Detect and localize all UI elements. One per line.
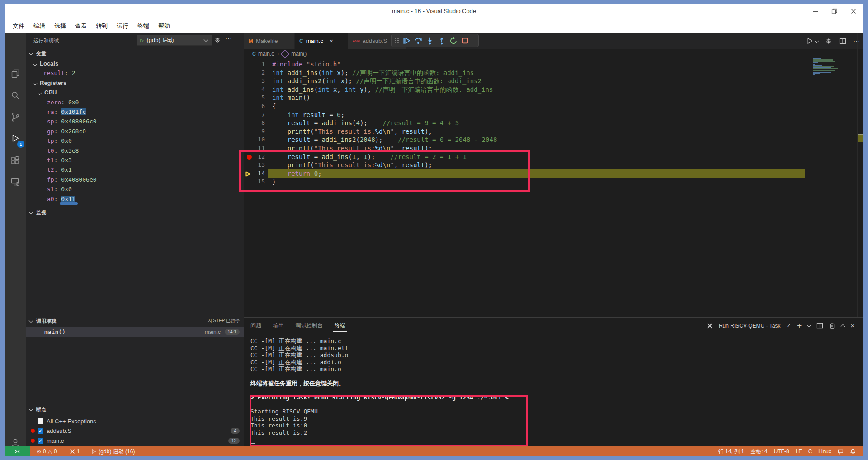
new-terminal-icon[interactable]: + bbox=[797, 321, 802, 330]
code-line-7[interactable]: 7 int result = 0; bbox=[244, 111, 863, 119]
code-line-15[interactable]: 15} bbox=[244, 178, 863, 186]
menu-item-3[interactable]: 选择 bbox=[50, 21, 71, 32]
terminal-task-label[interactable]: Run RISCV-QEMU - Task bbox=[719, 323, 780, 329]
feedback-icon[interactable] bbox=[835, 446, 847, 456]
source-control-icon[interactable] bbox=[5, 106, 26, 128]
register-row-ra[interactable]: ra: 0x101fc bbox=[26, 107, 244, 117]
code-line-5[interactable]: 5int main() bbox=[244, 94, 863, 102]
breakpoint-row-3[interactable]: ✓main.c12 bbox=[26, 436, 244, 446]
launch-config-select[interactable]: ▷ (gdb) 启动 bbox=[137, 35, 212, 46]
variables-group-locals[interactable]: Locals bbox=[26, 59, 244, 68]
close-panel-icon[interactable]: × bbox=[850, 322, 854, 329]
launch-config-label: (gdb) 启动 bbox=[146, 36, 204, 44]
code-line-10[interactable]: 10 result = addi_ins2(2048); //result = … bbox=[244, 136, 863, 144]
breakpoint-row-2[interactable]: ✓addsub.S4 bbox=[26, 426, 244, 436]
breakpoint-row-1[interactable]: All C++ Exceptions bbox=[26, 417, 244, 426]
variables-group-registers[interactable]: Registers bbox=[26, 78, 244, 88]
code-line-8[interactable]: 8 result = addi_ins(4); //result = 9 = 4… bbox=[244, 119, 863, 127]
register-row-t0[interactable]: t0: 0x3e8 bbox=[26, 146, 244, 155]
code-line-11[interactable]: 11 printf("This result is:%d\n", result)… bbox=[244, 144, 863, 153]
code-area[interactable]: 1#include "stdio.h"2int addi_ins(int x);… bbox=[244, 33, 863, 317]
error-icon: ⊘ bbox=[37, 448, 41, 455]
panel-tab-1[interactable]: 问题 bbox=[250, 320, 261, 331]
breakpoint-checkbox[interactable]: ✓ bbox=[38, 428, 43, 434]
menu-item-8[interactable]: 帮助 bbox=[154, 21, 175, 32]
line-number: 5 bbox=[244, 94, 265, 102]
stack-frame-function: main() bbox=[44, 329, 66, 335]
register-row-t2[interactable]: t2: 0x1 bbox=[26, 165, 244, 174]
register-row-t1[interactable]: t1: 0x3 bbox=[26, 155, 244, 165]
variables-group-cpu[interactable]: CPU bbox=[26, 88, 244, 97]
register-row-s1[interactable]: s1: 0x0 bbox=[26, 184, 244, 194]
chevron-down-icon[interactable] bbox=[807, 323, 811, 327]
close-icon[interactable] bbox=[850, 8, 857, 15]
debug-sidebar: 运行和调试 ▷ (gdb) 启动 ⋯ 变量 Localsresult: 2Reg… bbox=[26, 33, 244, 446]
register-row-sp[interactable]: sp: 0x408006c0 bbox=[26, 117, 244, 126]
call-stack-frame[interactable]: main() main.c 14:1 bbox=[26, 327, 244, 337]
overview-ruler[interactable] bbox=[857, 33, 864, 317]
restore-button[interactable] bbox=[831, 8, 838, 15]
menu-item-6[interactable]: 运行 bbox=[112, 21, 133, 32]
code-line-3[interactable]: 3int addi_ins2(int x); //声明一下汇编语言中的函数: a… bbox=[244, 77, 863, 85]
code-line-12[interactable]: 12 result = add_ins(1, 1); //result = 2 … bbox=[244, 153, 863, 161]
stack-frame-file: main.c bbox=[205, 329, 221, 335]
remote-indicator[interactable] bbox=[5, 446, 30, 456]
register-row-gp[interactable]: gp: 0x268c0 bbox=[26, 127, 244, 136]
encoding[interactable]: UTF-8 bbox=[771, 446, 793, 456]
menu-item-4[interactable]: 查看 bbox=[71, 21, 91, 32]
breakpoint-checkbox[interactable]: ✓ bbox=[38, 438, 43, 444]
register-row-a0[interactable]: a0: 0x11 bbox=[26, 194, 244, 204]
menu-item-1[interactable]: 文件 bbox=[8, 21, 29, 32]
code-line-2[interactable]: 2int addi_ins(int x); //声明一下汇编语言中的函数: ad… bbox=[244, 69, 863, 77]
register-row-zero[interactable]: zero: 0x0 bbox=[26, 98, 244, 107]
code-line-9[interactable]: 9 printf("This result is:%d\n", result); bbox=[244, 127, 863, 136]
notifications-bell-icon[interactable] bbox=[847, 446, 859, 456]
menu-item-2[interactable]: 编辑 bbox=[29, 21, 50, 32]
menu-item-5[interactable]: 转到 bbox=[91, 21, 112, 32]
explorer-icon[interactable] bbox=[5, 63, 26, 84]
panel-tab-3[interactable]: 调试控制台 bbox=[296, 320, 323, 331]
terminal-output[interactable]: CC -[M] 正在构建 ... main.cCC -[M] 正在构建 ... … bbox=[250, 338, 854, 445]
chevron-down-icon bbox=[33, 81, 38, 85]
split-terminal-icon[interactable] bbox=[816, 322, 823, 329]
minimap[interactable] bbox=[813, 58, 841, 76]
task-count: 1 bbox=[77, 448, 80, 455]
search-icon[interactable] bbox=[5, 84, 26, 106]
code-text: result = addi_ins(4); //result = 9 = 4 +… bbox=[272, 119, 459, 127]
extensions-icon[interactable] bbox=[5, 150, 26, 171]
os-indicator[interactable]: Linux bbox=[815, 446, 835, 456]
maximize-panel-icon[interactable] bbox=[841, 324, 845, 329]
bottom-panel: 问题输出调试控制台终端 Run RISCV-QEMU - Task ✓ + × … bbox=[244, 317, 863, 446]
kill-terminal-trash-icon[interactable] bbox=[829, 322, 835, 329]
eol-sequence[interactable]: LF bbox=[793, 446, 805, 456]
section-breakpoints[interactable]: 断点 bbox=[26, 404, 244, 414]
minimize-button[interactable] bbox=[812, 8, 819, 15]
chevron-down-icon bbox=[29, 210, 33, 214]
code-line-13[interactable]: 13 printf("This result is:%d\n", result)… bbox=[244, 161, 863, 169]
menu-item-7[interactable]: 终端 bbox=[133, 21, 154, 32]
code-line-6[interactable]: 6{ bbox=[244, 102, 863, 111]
section-variables-label: 变量 bbox=[36, 50, 46, 57]
section-call-stack[interactable]: 调用堆栈 因 STEP 已暂停 bbox=[26, 316, 244, 326]
language-mode[interactable]: C bbox=[805, 446, 816, 456]
section-variables[interactable]: 变量 bbox=[26, 48, 244, 58]
breakpoint-checkbox[interactable] bbox=[38, 418, 43, 424]
register-row-result[interactable]: result: 2 bbox=[26, 68, 244, 78]
section-watch[interactable]: 监视 bbox=[26, 207, 244, 217]
code-line-4[interactable]: 4int add_ins(int x, int y); //声明一下汇编语言中的… bbox=[244, 85, 863, 94]
run-and-debug-icon[interactable]: 1 bbox=[5, 128, 26, 150]
register-row-fp[interactable]: fp: 0x408006e0 bbox=[26, 175, 244, 184]
more-actions-icon[interactable]: ⋯ bbox=[225, 34, 232, 42]
debug-session-status[interactable]: (gdb) 启动 (16) bbox=[88, 446, 138, 456]
code-line-1[interactable]: 1#include "stdio.h" bbox=[244, 60, 863, 69]
cursor-position[interactable]: 行 14, 列 1 bbox=[715, 446, 747, 456]
debug-settings-gear-icon[interactable] bbox=[212, 35, 222, 45]
panel-tab-4[interactable]: 终端 bbox=[335, 320, 345, 331]
indentation[interactable]: 空格: 4 bbox=[747, 446, 770, 456]
code-line-14[interactable]: 14 return 0; bbox=[244, 169, 863, 178]
register-row-tp[interactable]: tp: 0x0 bbox=[26, 136, 244, 146]
remote-explorer-icon[interactable] bbox=[5, 171, 26, 193]
running-tasks-status[interactable]: 1 bbox=[66, 446, 83, 456]
problems-status[interactable]: ⊘ 0 △ 0 bbox=[33, 446, 60, 456]
panel-tab-2[interactable]: 输出 bbox=[273, 320, 284, 331]
